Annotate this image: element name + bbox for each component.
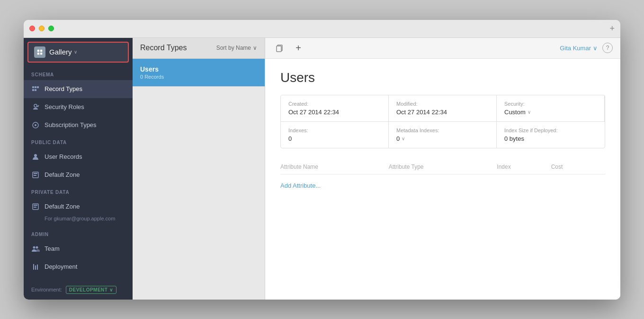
sidebar-item-team[interactable]: Team	[24, 240, 133, 258]
middle-item-users-title: Users	[140, 65, 257, 73]
svg-rect-7	[32, 89, 34, 91]
svg-point-20	[36, 246, 38, 248]
metadata-value[interactable]: 0	[396, 135, 489, 142]
metadata-label: Metadata Indexes:	[396, 128, 489, 133]
user-menu[interactable]: Gita Kumar ∨	[560, 45, 598, 52]
main-content: Gallery ∨ SCHEMA Record Types	[24, 38, 620, 300]
indexes-value: 0	[288, 135, 381, 142]
index-size-label: Index Size if Deployed:	[504, 128, 597, 133]
titlebar-add-button[interactable]: +	[609, 24, 615, 34]
user-name: Gita Kumar	[560, 45, 591, 52]
environment-badge[interactable]: DEVELOPMENT ∨	[66, 286, 116, 294]
add-button[interactable]: +	[292, 41, 305, 55]
indexes-label: Indexes:	[288, 128, 381, 133]
minimize-button[interactable]	[39, 26, 45, 31]
index-size-value: 0 bytes	[504, 135, 597, 142]
schema-section-label: SCHEMA	[24, 66, 133, 80]
svg-rect-0	[37, 49, 39, 51]
sidebar-item-security-roles-label: Security Roles	[45, 103, 84, 110]
user-chevron-icon: ∨	[593, 45, 598, 52]
sidebar-item-deployment[interactable]: Deployment	[24, 258, 133, 276]
sort-chevron-icon: ∨	[253, 45, 257, 51]
col-attribute-type: Attribute Type	[389, 164, 497, 170]
admin-section-label: ADMIN	[24, 226, 133, 240]
svg-rect-23	[37, 264, 38, 270]
sort-control[interactable]: Sort by Name ∨	[216, 45, 257, 51]
sidebar-item-default-zone-private-label: Default Zone	[45, 203, 80, 210]
traffic-lights	[29, 26, 54, 31]
detail-toolbar: + Gita Kumar ∨ ?	[265, 38, 620, 59]
security-value[interactable]: Custom	[504, 109, 597, 116]
private-zone-subtitle: For gkumar@group.apple.com	[31, 216, 115, 221]
modified-value: Oct 27 2014 22:34	[396, 109, 489, 116]
middle-item-users-subtitle: 0 Records	[140, 74, 257, 80]
sidebar-item-default-zone-public[interactable]: Default Zone	[24, 166, 133, 184]
sidebar-item-user-records-label: User Records	[45, 153, 82, 160]
svg-rect-2	[37, 52, 39, 54]
security-roles-icon	[31, 103, 40, 111]
private-data-section-label: PRIVATE DATA	[24, 184, 133, 198]
security-label: Security:	[504, 101, 597, 107]
sidebar: Gallery ∨ SCHEMA Record Types	[24, 38, 133, 300]
meta-indexes: Indexes: 0	[281, 122, 389, 148]
middle-panel: Record Types Sort by Name ∨ Users 0 Reco…	[133, 38, 265, 300]
svg-rect-1	[40, 49, 42, 51]
toolbar-right: Gita Kumar ∨ ?	[560, 43, 613, 53]
middle-item-users[interactable]: Users 0 Records	[133, 59, 265, 87]
svg-rect-15	[34, 175, 36, 176]
meta-index-size: Index Size if Deployed: 0 bytes	[497, 122, 605, 148]
sidebar-item-record-types-label: Record Types	[45, 85, 82, 92]
deployment-icon	[31, 263, 40, 271]
detail-title: Users	[280, 70, 605, 85]
help-label: ?	[606, 45, 609, 51]
svg-rect-5	[35, 86, 36, 88]
sidebar-item-deployment-label: Deployment	[45, 263, 77, 270]
col-index: Index	[497, 164, 551, 170]
created-value: Oct 27 2014 22:34	[288, 109, 381, 116]
sidebar-item-security-roles[interactable]: Security Roles	[24, 98, 133, 116]
app-chevron-icon: ∨	[74, 49, 77, 55]
sidebar-item-default-zone-public-label: Default Zone	[45, 171, 80, 178]
svg-rect-21	[33, 264, 34, 270]
fullscreen-button[interactable]	[48, 26, 54, 31]
sidebar-item-user-records[interactable]: User Records	[24, 148, 133, 166]
sidebar-item-record-types[interactable]: Record Types	[24, 80, 133, 98]
default-zone-public-icon	[31, 171, 40, 179]
sidebar-item-subscription-types[interactable]: Subscription Types	[24, 116, 133, 134]
add-attribute-link[interactable]: Add Attribute...	[280, 176, 321, 195]
detail-content: Users Created: Oct 27 2014 22:34 Modifie…	[265, 59, 620, 300]
meta-grid: Created: Oct 27 2014 22:34 Modified: Oct…	[280, 95, 605, 148]
copy-button[interactable]	[273, 41, 286, 55]
col-attribute-name: Attribute Name	[280, 164, 389, 170]
sort-label: Sort by Name	[216, 45, 251, 51]
app-header[interactable]: Gallery ∨	[27, 42, 129, 63]
meta-metadata-indexes: Metadata Indexes: 0	[389, 122, 497, 148]
created-label: Created:	[288, 101, 381, 107]
svg-rect-6	[37, 86, 39, 88]
attribute-table-header: Attribute Name Attribute Type Index Cost	[280, 160, 605, 174]
svg-point-19	[33, 246, 36, 248]
app-icon	[34, 46, 45, 58]
sidebar-item-default-zone-private[interactable]: Default Zone For gkumar@group.apple.com	[24, 198, 133, 226]
detail-panel: + Gita Kumar ∨ ? Users	[265, 38, 620, 300]
svg-point-11	[35, 124, 36, 126]
middle-header: Record Types Sort by Name ∨	[133, 38, 265, 59]
titlebar: +	[24, 20, 620, 38]
svg-point-12	[34, 154, 37, 157]
svg-rect-4	[32, 86, 34, 88]
col-cost: Cost	[551, 164, 605, 170]
close-button[interactable]	[29, 26, 35, 31]
help-button[interactable]: ?	[602, 43, 613, 53]
svg-rect-3	[40, 52, 42, 54]
svg-rect-22	[35, 265, 36, 270]
sidebar-footer: Environment: DEVELOPMENT ∨	[24, 280, 133, 300]
app-window: + Gallery ∨ SCHEMA	[24, 20, 620, 300]
subscription-types-icon	[31, 121, 40, 129]
user-records-icon	[31, 153, 40, 161]
svg-rect-25	[277, 46, 281, 52]
env-chevron-icon: ∨	[109, 287, 113, 292]
svg-rect-14	[34, 173, 37, 174]
meta-security: Security: Custom	[497, 95, 605, 121]
sidebar-item-team-label: Team	[45, 245, 60, 252]
svg-point-9	[34, 104, 37, 107]
